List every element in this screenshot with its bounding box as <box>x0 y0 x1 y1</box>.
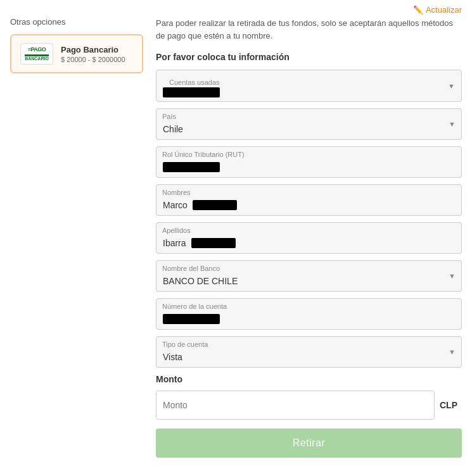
monto-section: Monto CLP Retirar <box>156 374 462 458</box>
cuenta-group: Número de la cuenta <box>156 298 462 330</box>
payment-range: $ 20000 - $ 2000000 <box>61 56 125 63</box>
payment-info: Pago Bancario $ 20000 - $ 2000000 <box>61 45 125 63</box>
rut-group: Rol Único Tributario (RUT) <box>156 146 462 178</box>
pais-select[interactable]: Chile <box>156 108 462 140</box>
monto-row: CLP <box>156 391 462 420</box>
apellidos-value: Ibarra <box>163 238 186 248</box>
cuenta-redacted <box>163 314 220 324</box>
apellidos-redacted <box>191 238 236 248</box>
retirar-button[interactable]: Retirar <box>156 429 462 458</box>
left-panel: Otras opciones ≡PAGO BANCARIO Pago Banca… <box>10 17 143 466</box>
banco-select[interactable]: BANCO DE CHILE <box>156 260 462 292</box>
section-title: Por favor coloca tu información <box>156 52 462 62</box>
logo-bottom-text: BANCARIO <box>25 56 49 61</box>
otras-opciones-label: Otras opciones <box>10 17 143 27</box>
payment-name: Pago Bancario <box>61 45 125 54</box>
nombres-group: Nombres Marco <box>156 184 462 216</box>
cuentas-label: Cuentas usadas <box>163 74 441 87</box>
pais-group: País Chile <box>156 108 462 140</box>
logo-top-text: ≡PAGO <box>28 46 46 53</box>
payment-card[interactable]: ≡PAGO BANCARIO Pago Bancario $ 20000 - $… <box>10 34 143 73</box>
pago-bancario-logo: ≡PAGO BANCARIO <box>20 43 53 65</box>
nombres-value: Marco <box>163 200 188 210</box>
tipo-group: Tipo de cuenta Vista <box>156 336 462 368</box>
cuentas-container[interactable]: Cuentas usadas <box>156 70 462 102</box>
banco-group: Nombre del Banco BANCO DE CHILE <box>156 260 462 292</box>
cuentas-inner: Cuentas usadas <box>156 70 461 101</box>
top-bar: ✏️ Actualizar <box>0 0 472 17</box>
actualizar-link[interactable]: ✏️ Actualizar <box>413 5 462 15</box>
currency-label: CLP <box>440 400 462 410</box>
main-content: Otras opciones ≡PAGO BANCARIO Pago Banca… <box>0 17 472 476</box>
monto-title: Monto <box>156 374 462 384</box>
tipo-select[interactable]: Vista <box>156 336 462 368</box>
cuentas-redacted <box>163 87 220 97</box>
actualizar-label: Actualizar <box>426 5 462 15</box>
pencil-icon: ✏️ <box>413 5 423 15</box>
rut-redacted <box>163 162 220 172</box>
page-wrapper: ✏️ Actualizar Otras opciones ≡PAGO BANCA… <box>0 0 472 476</box>
monto-input[interactable] <box>156 391 435 420</box>
apellidos-group: Apellidos Ibarra <box>156 222 462 254</box>
info-text: Para poder realizar la retirada de tus f… <box>156 17 462 42</box>
right-panel: Para poder realizar la retirada de tus f… <box>156 17 462 466</box>
nombres-redacted <box>193 200 237 210</box>
